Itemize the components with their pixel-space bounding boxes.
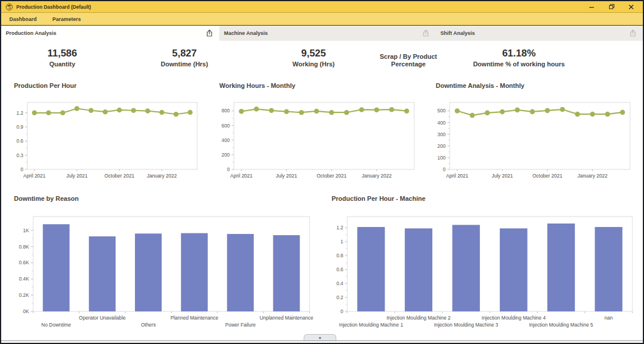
kpi-label-line2: Percentage	[356, 61, 461, 68]
chevron-down-icon: ▼	[318, 336, 322, 340]
svg-text:October 2021: October 2021	[532, 173, 563, 179]
svg-text:Injection Moulding Machine 4: Injection Moulding Machine 4	[482, 315, 546, 321]
kpi-quantity: 11,586 Quantity	[19, 48, 106, 68]
svg-text:April 2021: April 2021	[23, 173, 46, 179]
menu-item-dashboard[interactable]: Dashboard	[9, 16, 37, 22]
export-icon[interactable]	[629, 29, 637, 37]
svg-text:600: 600	[222, 123, 230, 129]
downtime-by-reason-chart: Downtime by Reason 0K0.2K0.4K0.6K0.8K1KN…	[14, 194, 312, 330]
svg-text:Injection Moulding Machine 2: Injection Moulding Machine 2	[386, 315, 450, 321]
svg-text:Planned Maintenance: Planned Maintenance	[170, 315, 219, 321]
menu-item-parameters[interactable]: Parameters	[52, 16, 81, 22]
sheet-tab-bar: Production Analysis Machine Analysis Shi…	[1, 26, 643, 41]
svg-text:April 2021: April 2021	[446, 173, 469, 179]
window-controls	[588, 3, 638, 10]
close-icon	[628, 4, 634, 10]
tab-label: Shift Analysis	[440, 30, 475, 36]
chart-title: Production Per Hour	[14, 81, 198, 91]
svg-text:nan: nan	[604, 315, 613, 321]
svg-text:Injection Moulding Machine 5: Injection Moulding Machine 5	[529, 322, 593, 328]
kpi-scrap-byproduct: Scrap / By Product Percentage	[356, 53, 461, 68]
restore-button[interactable]	[608, 3, 615, 10]
svg-text:0: 0	[443, 166, 446, 172]
dashboard-content: 11,586 Quantity 5,827 Downtime (Hrs) 9,5…	[1, 41, 643, 341]
kpi-working-hrs: 9,525 Working (Hrs)	[270, 48, 357, 68]
svg-text:1: 1	[340, 239, 343, 244]
svg-text:January 2022: January 2022	[147, 173, 177, 179]
svg-text:0.6K: 0.6K	[19, 260, 30, 265]
svg-text:1K: 1K	[23, 228, 30, 233]
kpi-label: Downtime (Hrs)	[141, 61, 228, 68]
production-per-hour-machine-chart: Production Per Hour - Machine 00.20.40.6…	[332, 194, 634, 330]
svg-text:1.2: 1.2	[336, 225, 343, 230]
svg-text:0.4: 0.4	[336, 281, 343, 286]
working-hours-monthly-plot[interactable]: 0200400600800April 2021July 2021October …	[219, 91, 415, 183]
svg-text:100: 100	[437, 155, 446, 161]
svg-text:July 2021: July 2021	[492, 173, 513, 179]
svg-text:Injection Moulding Machine 3: Injection Moulding Machine 3	[434, 322, 498, 328]
kpi-value: 5,827	[141, 48, 228, 59]
svg-text:July 2021: July 2021	[66, 173, 88, 179]
kpi-downtime-hrs: 5,827 Downtime (Hrs)	[141, 48, 228, 68]
close-button[interactable]	[628, 3, 635, 10]
minimize-button[interactable]	[588, 3, 595, 10]
svg-text:0: 0	[340, 308, 343, 314]
downtime-analysis-monthly-plot[interactable]: 0100200300400500April 2021July 2021Octob…	[436, 91, 631, 183]
svg-text:0: 0	[227, 166, 230, 172]
svg-text:0.6: 0.6	[16, 138, 23, 144]
svg-text:500: 500	[437, 108, 446, 114]
tab-label: Machine Analysis	[224, 30, 268, 36]
chart-title: Downtime by Reason	[14, 194, 312, 204]
kpi-label: Scrap / By Product	[356, 53, 461, 61]
kpi-downtime-percent: 61.18% Downtime % of working hours	[449, 48, 589, 68]
svg-text:0.2: 0.2	[336, 295, 343, 300]
chart-title: Working Hours - Monthly	[219, 81, 415, 91]
svg-text:0.4K: 0.4K	[19, 276, 30, 282]
kpi-label: Quantity	[19, 61, 106, 68]
kpi-value: 11,586	[19, 48, 106, 59]
svg-text:0.8: 0.8	[336, 253, 343, 258]
kpi-value: 61.18%	[449, 48, 589, 59]
tab-production-analysis[interactable]: Production Analysis	[1, 26, 219, 41]
chart-title: Production Per Hour - Machine	[332, 194, 634, 204]
svg-text:1.2: 1.2	[16, 110, 23, 116]
kpi-label: Working (Hrs)	[270, 61, 357, 68]
svg-text:200: 200	[222, 152, 230, 158]
svg-text:200: 200	[437, 143, 446, 149]
svg-text:No Downtime: No Downtime	[41, 322, 71, 328]
downtime-by-reason-plot[interactable]: 0K0.2K0.4K0.6K0.8K1KNo DowntimeOperator …	[14, 204, 312, 330]
svg-text:July 2021: July 2021	[276, 173, 297, 179]
svg-text:0: 0	[20, 166, 23, 172]
working-hours-monthly-chart: Working Hours - Monthly 0200400600800Apr…	[219, 81, 415, 183]
export-icon[interactable]	[422, 29, 430, 37]
svg-text:400: 400	[222, 137, 230, 143]
app-window: Production Dashboard (Default) Dashb	[0, 0, 644, 344]
production-per-hour-machine-plot[interactable]: 00.20.40.60.811.2Injection Moulding Mach…	[332, 204, 634, 330]
kpi-value: 9,525	[270, 48, 357, 59]
svg-text:January 2022: January 2022	[362, 173, 392, 179]
downtime-analysis-monthly-chart: Downtime Analysis - Monthly 010020030040…	[436, 81, 631, 183]
production-per-hour-plot[interactable]: 00.30.60.91.2April 2021July 2021October …	[14, 91, 198, 183]
export-icon[interactable]	[205, 29, 214, 37]
tab-label: Production Analysis	[6, 30, 56, 36]
bottom-divider	[1, 341, 643, 341]
svg-text:0.6: 0.6	[336, 267, 343, 272]
chart-title: Downtime Analysis - Monthly	[436, 81, 631, 91]
app-logo-icon	[6, 3, 13, 10]
svg-text:800: 800	[222, 108, 230, 114]
svg-text:January 2022: January 2022	[578, 173, 608, 179]
svg-text:0.9: 0.9	[16, 124, 23, 130]
svg-text:0K: 0K	[23, 308, 30, 314]
production-per-hour-chart: Production Per Hour 00.30.60.91.2April 2…	[14, 81, 198, 183]
svg-text:0.3: 0.3	[16, 153, 23, 158]
svg-text:Unplanned Maintenance: Unplanned Maintenance	[259, 315, 313, 321]
svg-text:October 2021: October 2021	[104, 173, 134, 179]
tab-machine-analysis[interactable]: Machine Analysis	[219, 26, 436, 41]
svg-text:0.2K: 0.2K	[19, 292, 30, 298]
tab-shift-analysis[interactable]: Shift Analysis	[436, 26, 643, 41]
minimize-icon	[589, 4, 595, 10]
menu-bar: Dashboard Parameters	[1, 13, 643, 26]
svg-text:Power Failure: Power Failure	[225, 322, 256, 328]
svg-text:Others: Others	[141, 322, 156, 328]
kpi-label: Downtime % of working hours	[449, 61, 589, 68]
